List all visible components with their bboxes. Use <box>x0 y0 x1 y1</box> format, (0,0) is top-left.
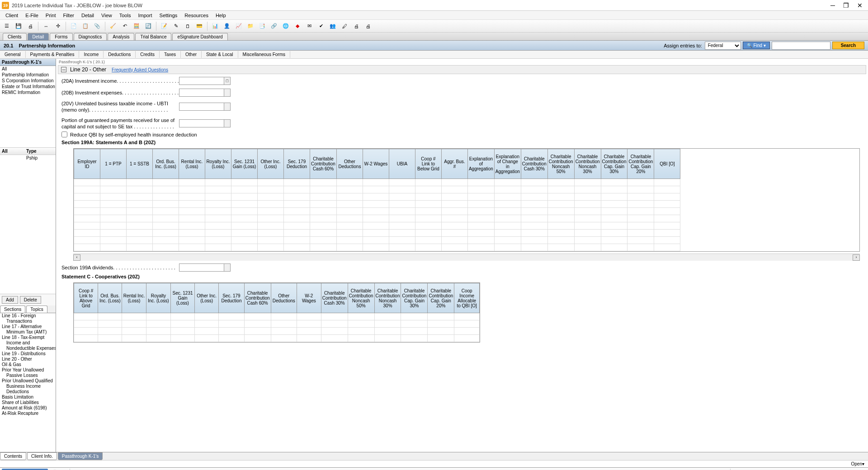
table-row[interactable] <box>74 328 480 335</box>
table-row[interactable] <box>74 320 480 328</box>
menu-filter[interactable]: Filter <box>59 12 77 19</box>
section-item[interactable]: Line 20 - Other <box>0 357 56 362</box>
grid-header[interactable]: Charitable Contribution Cash 30% <box>321 283 348 313</box>
grid-header[interactable]: Sec. 1231 Gain (Loss) <box>231 149 258 179</box>
side-item[interactable]: Partnership Information <box>0 72 56 78</box>
paste-icon[interactable]: 📎 <box>92 21 102 31</box>
grid-header[interactable]: Rental Inc. (Loss) <box>122 283 146 313</box>
tab-esignature-dashboard[interactable]: eSignature Dashboard <box>172 33 227 40</box>
tab-sections[interactable]: Sections <box>0 306 25 313</box>
search-button[interactable]: Search <box>832 42 864 49</box>
col-all[interactable]: All <box>0 148 24 155</box>
table-row[interactable] <box>74 230 680 237</box>
note-icon[interactable]: 🗒 <box>183 21 193 31</box>
table-row[interactable] <box>74 186 680 193</box>
menu-help[interactable]: Help <box>212 12 230 19</box>
table-row[interactable] <box>74 335 480 342</box>
lookup-20b-icon[interactable] <box>224 89 231 97</box>
grid-header[interactable]: Royalty Inc. (Loss) <box>146 283 170 313</box>
grid-header[interactable]: 1 = PTP <box>100 149 127 179</box>
maximize-button[interactable]: ❐ <box>843 2 849 9</box>
lookup-20a-icon[interactable]: □ <box>224 77 231 85</box>
grid-header[interactable]: Sec. 1231 Gain (Loss) <box>170 283 194 313</box>
table-row[interactable] <box>74 208 680 215</box>
mail-icon[interactable]: ✉ <box>304 21 314 31</box>
subtab-credits[interactable]: Credits <box>136 51 160 58</box>
bottom-tab-client-info-[interactable]: Client Info. <box>27 452 57 460</box>
k1-row[interactable]: Pship <box>0 155 56 161</box>
section-item[interactable]: Income and <box>0 340 56 346</box>
warn-icon[interactable]: ◆ <box>292 21 302 31</box>
menu-e-file[interactable]: E-File <box>22 12 42 19</box>
section-item[interactable]: Line 18 - Tax-Exempt <box>0 335 56 340</box>
scroll-right-icon[interactable]: › <box>853 254 860 261</box>
rep-icon[interactable]: 📄 <box>69 21 79 31</box>
side-item[interactable]: REMIC Information <box>0 89 56 95</box>
bottom-tab-contents[interactable]: Contents <box>0 452 26 460</box>
sign-icon[interactable]: 🖊 <box>340 21 349 31</box>
section-item[interactable]: Amount at Risk (6198) <box>0 405 56 411</box>
menu-print[interactable]: Print <box>42 12 60 19</box>
grid-header[interactable]: Charitable Contribution Cap. Gain 30% <box>601 149 627 179</box>
grid-header[interactable]: W-2 Wages <box>363 149 389 179</box>
print2-icon[interactable]: 🖨 <box>351 21 361 31</box>
grid-header[interactable]: Charitable Contribution Cap. Gain 20% <box>428 283 454 313</box>
menu-settings[interactable]: Settings <box>156 12 181 19</box>
tab-analysis[interactable]: Analysis <box>108 33 134 40</box>
grid-header[interactable]: Other Deductions <box>336 149 363 179</box>
letter-icon[interactable]: 📝 <box>159 21 169 31</box>
check-icon[interactable]: ✔ <box>316 21 326 31</box>
grid-header[interactable]: Coop # Link to Above Grid <box>74 283 98 313</box>
copy-icon[interactable]: 📑 <box>257 21 267 31</box>
assign-select[interactable]: Federal <box>705 42 741 50</box>
menu-view[interactable]: View <box>98 12 116 19</box>
globe-icon[interactable]: 🌐 <box>281 21 291 31</box>
section-item[interactable]: Share of Liabilities <box>0 400 56 405</box>
table-row[interactable] <box>74 222 680 230</box>
tab-diagnostics[interactable]: Diagnostics <box>74 33 107 40</box>
grid-header[interactable]: Ord. Bus. Inc. (Loss) <box>98 283 122 313</box>
grid-coop[interactable]: Coop # Link to Above GridOrd. Bus. Inc. … <box>73 282 480 343</box>
section-item[interactable]: Line 16 - Foreign <box>0 313 56 319</box>
folder-icon[interactable]: 📁 <box>245 21 255 31</box>
grid-header[interactable]: Sec. 179 Deduction <box>219 283 244 313</box>
scroll-left-icon[interactable]: ‹ <box>73 254 80 261</box>
undo-icon[interactable]: ↶ <box>120 21 130 31</box>
subtab-miscellaneous-forms[interactable]: Miscellaneous Forms <box>238 51 290 58</box>
section-item[interactable]: Passive Losses <box>0 373 56 378</box>
grid-header[interactable]: Explanation of Change in Aggregation <box>494 149 521 179</box>
clear-icon[interactable]: 🧹 <box>108 21 118 31</box>
grid-header[interactable]: Royalty Inc. (Loss) <box>205 149 231 179</box>
grid-header[interactable]: 1 = SSTB <box>127 149 153 179</box>
section-item[interactable]: At-Risk Recapture <box>0 411 56 416</box>
grid-header[interactable]: Charitable Contribution Cash 60% <box>310 149 337 179</box>
grid-header[interactable]: Charitable Contribution Noncash 30% <box>374 283 401 313</box>
table-row[interactable] <box>74 313 480 320</box>
nav-prev-icon[interactable]: ↔ <box>41 21 51 31</box>
add-button[interactable]: Add <box>2 296 18 304</box>
section-item[interactable]: Prior Unallowed Qualified <box>0 378 56 384</box>
menu-resources[interactable]: Resources <box>181 12 212 19</box>
user-icon[interactable]: 👥 <box>328 21 338 31</box>
grid-header[interactable]: Charitable Contribution Noncash 30% <box>574 149 601 179</box>
close-button[interactable]: ✕ <box>857 2 863 9</box>
subtab-general[interactable]: General <box>0 51 26 58</box>
find-input[interactable] <box>772 42 830 50</box>
menu-detail[interactable]: Detail <box>78 12 98 19</box>
section-item[interactable]: Prior Year Unallowed <box>0 367 56 373</box>
subtab-income[interactable]: Income <box>79 51 104 58</box>
grid-header[interactable]: Other Inc. (Loss) <box>195 283 219 313</box>
delete-button[interactable]: Delete <box>20 296 41 304</box>
side-item[interactable]: S Corporation Information <box>0 78 56 84</box>
open-toggle[interactable]: Open▾ <box>851 461 864 466</box>
input-20b[interactable] <box>179 89 224 97</box>
nav-next-icon[interactable]: ✢ <box>53 21 63 31</box>
tab-clients[interactable]: Clients <box>3 33 27 40</box>
tab-forms[interactable]: Forms <box>50 33 72 40</box>
grid-199a[interactable]: Employer ID1 = PTP1 = SSTBOrd. Bus. Inc.… <box>73 148 860 252</box>
grid-header[interactable]: Charitable Contribution Noncash 50% <box>547 149 574 179</box>
section-item[interactable]: Minimum Tax (AMT) <box>0 329 56 335</box>
section-item[interactable]: Transactions <box>0 319 56 324</box>
find-button[interactable]: 🔍 Find ▾ <box>743 42 770 49</box>
grid-header[interactable]: W-2 Wages <box>297 283 321 313</box>
